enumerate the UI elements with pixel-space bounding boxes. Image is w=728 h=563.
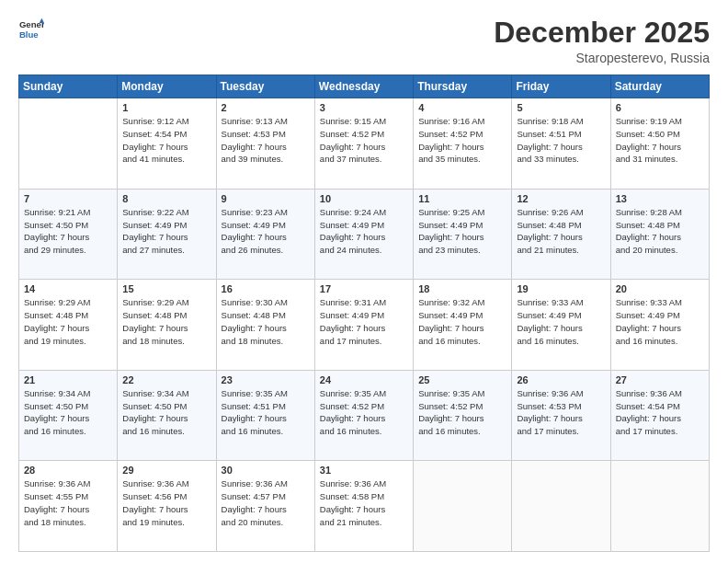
day-info: Sunrise: 9:36 AM Sunset: 4:54 PM Dayligh… <box>616 387 704 438</box>
day-number: 30 <box>222 465 310 476</box>
day-number: 21 <box>24 374 112 385</box>
day-number: 11 <box>418 193 506 204</box>
calendar-cell: 21Sunrise: 9:34 AM Sunset: 4:50 PM Dayli… <box>19 370 118 461</box>
calendar-cell: 8Sunrise: 9:22 AM Sunset: 4:49 PM Daylig… <box>118 189 216 280</box>
day-info: Sunrise: 9:29 AM Sunset: 4:48 PM Dayligh… <box>122 296 210 347</box>
day-info: Sunrise: 9:36 AM Sunset: 4:55 PM Dayligh… <box>24 477 112 528</box>
day-number: 12 <box>517 193 605 204</box>
day-number: 15 <box>122 283 210 294</box>
header-saturday: Saturday <box>610 75 709 98</box>
calendar-cell: 15Sunrise: 9:29 AM Sunset: 4:48 PM Dayli… <box>118 280 216 371</box>
day-number: 14 <box>24 283 112 294</box>
calendar-cell: 9Sunrise: 9:23 AM Sunset: 4:49 PM Daylig… <box>216 189 314 280</box>
page: General Blue December 2025 Staropesterev… <box>0 0 728 563</box>
header-friday: Friday <box>512 75 610 98</box>
calendar-cell: 28Sunrise: 9:36 AM Sunset: 4:55 PM Dayli… <box>19 461 118 552</box>
day-number: 5 <box>517 102 605 113</box>
day-number: 27 <box>616 374 704 385</box>
logo-icon: General Blue <box>18 17 44 42</box>
day-number: 16 <box>222 283 310 294</box>
day-number: 22 <box>122 374 210 385</box>
location: Staropesterevo, Russia <box>494 51 710 65</box>
calendar-cell: 6Sunrise: 9:19 AM Sunset: 4:50 PM Daylig… <box>610 98 709 190</box>
day-info: Sunrise: 9:36 AM Sunset: 4:57 PM Dayligh… <box>222 477 310 528</box>
calendar-cell: 31Sunrise: 9:36 AM Sunset: 4:58 PM Dayli… <box>314 461 413 552</box>
calendar-cell: 7Sunrise: 9:21 AM Sunset: 4:50 PM Daylig… <box>19 189 118 280</box>
day-info: Sunrise: 9:33 AM Sunset: 4:49 PM Dayligh… <box>616 296 704 347</box>
day-number: 28 <box>24 465 112 476</box>
day-info: Sunrise: 9:19 AM Sunset: 4:50 PM Dayligh… <box>616 115 704 166</box>
calendar-cell: 22Sunrise: 9:34 AM Sunset: 4:50 PM Dayli… <box>118 370 216 461</box>
day-number: 3 <box>320 102 408 113</box>
calendar-cell: 1Sunrise: 9:12 AM Sunset: 4:54 PM Daylig… <box>118 98 216 190</box>
calendar-cell: 27Sunrise: 9:36 AM Sunset: 4:54 PM Dayli… <box>610 370 709 461</box>
day-info: Sunrise: 9:13 AM Sunset: 4:53 PM Dayligh… <box>222 115 310 166</box>
day-number: 13 <box>616 193 704 204</box>
day-info: Sunrise: 9:25 AM Sunset: 4:49 PM Dayligh… <box>418 206 506 257</box>
day-info: Sunrise: 9:16 AM Sunset: 4:52 PM Dayligh… <box>418 115 506 166</box>
day-number: 8 <box>122 193 210 204</box>
day-number: 19 <box>517 283 605 294</box>
day-number: 1 <box>122 102 210 113</box>
calendar-cell: 25Sunrise: 9:35 AM Sunset: 4:52 PM Dayli… <box>414 370 512 461</box>
day-info: Sunrise: 9:34 AM Sunset: 4:50 PM Dayligh… <box>122 387 210 438</box>
day-info: Sunrise: 9:34 AM Sunset: 4:50 PM Dayligh… <box>24 387 112 438</box>
calendar-cell: 10Sunrise: 9:24 AM Sunset: 4:49 PM Dayli… <box>314 189 413 280</box>
week-row-1: 1Sunrise: 9:12 AM Sunset: 4:54 PM Daylig… <box>19 98 710 190</box>
day-number: 6 <box>616 102 704 113</box>
calendar-cell: 11Sunrise: 9:25 AM Sunset: 4:49 PM Dayli… <box>414 189 512 280</box>
day-number: 17 <box>320 283 408 294</box>
week-row-2: 7Sunrise: 9:21 AM Sunset: 4:50 PM Daylig… <box>19 189 710 280</box>
calendar-cell: 16Sunrise: 9:30 AM Sunset: 4:48 PM Dayli… <box>216 280 314 371</box>
day-number: 24 <box>320 374 408 385</box>
day-info: Sunrise: 9:28 AM Sunset: 4:48 PM Dayligh… <box>616 206 704 257</box>
header-thursday: Thursday <box>414 75 512 98</box>
calendar-cell: 12Sunrise: 9:26 AM Sunset: 4:48 PM Dayli… <box>512 189 610 280</box>
logo: General Blue <box>18 17 44 42</box>
day-info: Sunrise: 9:30 AM Sunset: 4:48 PM Dayligh… <box>222 296 310 347</box>
calendar-cell <box>610 461 709 552</box>
week-row-5: 28Sunrise: 9:36 AM Sunset: 4:55 PM Dayli… <box>19 461 710 552</box>
day-info: Sunrise: 9:24 AM Sunset: 4:49 PM Dayligh… <box>320 206 408 257</box>
day-number: 7 <box>24 193 112 204</box>
calendar-cell: 4Sunrise: 9:16 AM Sunset: 4:52 PM Daylig… <box>414 98 512 190</box>
title-block: December 2025 Staropesterevo, Russia <box>494 17 710 65</box>
month-title: December 2025 <box>494 17 710 49</box>
calendar-cell: 18Sunrise: 9:32 AM Sunset: 4:49 PM Dayli… <box>414 280 512 371</box>
calendar-cell <box>512 461 610 552</box>
calendar-cell: 20Sunrise: 9:33 AM Sunset: 4:49 PM Dayli… <box>610 280 709 371</box>
day-info: Sunrise: 9:35 AM Sunset: 4:51 PM Dayligh… <box>222 387 310 438</box>
calendar-cell: 19Sunrise: 9:33 AM Sunset: 4:49 PM Dayli… <box>512 280 610 371</box>
day-number: 23 <box>222 374 310 385</box>
header-wednesday: Wednesday <box>314 75 413 98</box>
day-number: 25 <box>418 374 506 385</box>
day-info: Sunrise: 9:36 AM Sunset: 4:58 PM Dayligh… <box>320 477 408 528</box>
day-info: Sunrise: 9:18 AM Sunset: 4:51 PM Dayligh… <box>517 115 605 166</box>
day-number: 2 <box>222 102 310 113</box>
calendar-cell: 14Sunrise: 9:29 AM Sunset: 4:48 PM Dayli… <box>19 280 118 371</box>
calendar-cell: 26Sunrise: 9:36 AM Sunset: 4:53 PM Dayli… <box>512 370 610 461</box>
day-info: Sunrise: 9:12 AM Sunset: 4:54 PM Dayligh… <box>122 115 210 166</box>
calendar-cell: 23Sunrise: 9:35 AM Sunset: 4:51 PM Dayli… <box>216 370 314 461</box>
day-number: 10 <box>320 193 408 204</box>
day-number: 4 <box>418 102 506 113</box>
week-row-3: 14Sunrise: 9:29 AM Sunset: 4:48 PM Dayli… <box>19 280 710 371</box>
svg-text:Blue: Blue <box>19 29 39 40</box>
calendar-cell: 13Sunrise: 9:28 AM Sunset: 4:48 PM Dayli… <box>610 189 709 280</box>
day-number: 31 <box>320 465 408 476</box>
calendar-cell: 29Sunrise: 9:36 AM Sunset: 4:56 PM Dayli… <box>118 461 216 552</box>
day-info: Sunrise: 9:36 AM Sunset: 4:56 PM Dayligh… <box>122 477 210 528</box>
day-info: Sunrise: 9:36 AM Sunset: 4:53 PM Dayligh… <box>517 387 605 438</box>
day-info: Sunrise: 9:35 AM Sunset: 4:52 PM Dayligh… <box>320 387 408 438</box>
calendar-cell: 30Sunrise: 9:36 AM Sunset: 4:57 PM Dayli… <box>216 461 314 552</box>
day-number: 20 <box>616 283 704 294</box>
header-monday: Monday <box>118 75 216 98</box>
header-sunday: Sunday <box>19 75 118 98</box>
day-info: Sunrise: 9:26 AM Sunset: 4:48 PM Dayligh… <box>517 206 605 257</box>
day-info: Sunrise: 9:15 AM Sunset: 4:52 PM Dayligh… <box>320 115 408 166</box>
calendar-cell <box>19 98 118 190</box>
calendar-cell: 17Sunrise: 9:31 AM Sunset: 4:49 PM Dayli… <box>314 280 413 371</box>
day-info: Sunrise: 9:35 AM Sunset: 4:52 PM Dayligh… <box>418 387 506 438</box>
calendar-cell: 5Sunrise: 9:18 AM Sunset: 4:51 PM Daylig… <box>512 98 610 190</box>
day-info: Sunrise: 9:22 AM Sunset: 4:49 PM Dayligh… <box>122 206 210 257</box>
